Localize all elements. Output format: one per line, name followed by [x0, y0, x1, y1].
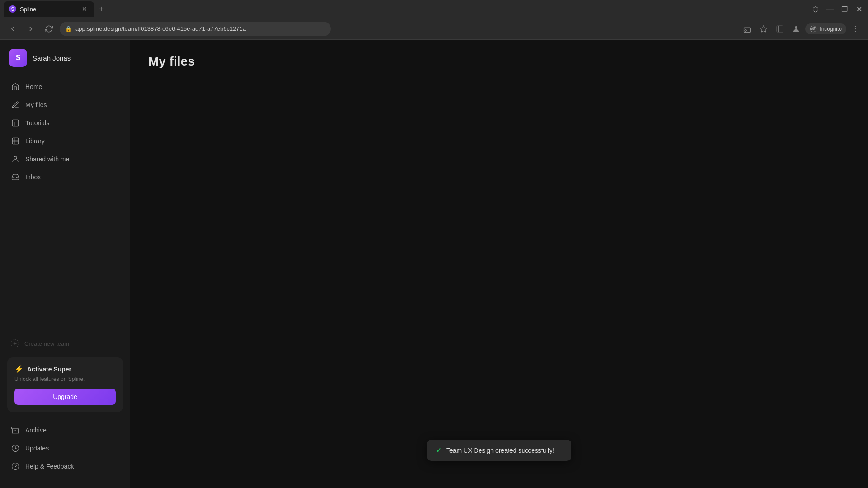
- svg-point-7: [855, 26, 856, 27]
- address-text: app.spline.design/team/ff013878-c6e6-415…: [75, 25, 326, 32]
- user-header: S Sarah Jonas: [0, 49, 130, 78]
- window-controls: ⬡ — ❐ ✕: [810, 4, 864, 14]
- svg-point-21: [12, 463, 19, 470]
- sidebar-item-shared-label: Shared with me: [25, 155, 69, 163]
- sidebar-item-inbox[interactable]: Inbox: [5, 168, 125, 186]
- tab-bar: S Spline ✕ +: [4, 0, 108, 18]
- avatar: S: [9, 49, 27, 67]
- window-minimize-button[interactable]: —: [825, 4, 835, 14]
- activate-super-header: ⚡ Activate Super: [14, 365, 116, 373]
- tab-favicon: S: [9, 5, 16, 13]
- browser-titlebar: S Spline ✕ + ⬡ — ❐ ✕: [0, 0, 868, 18]
- inbox-icon: [11, 173, 20, 182]
- create-team-icon: +: [11, 339, 19, 347]
- toolbar-actions: Incognito: [740, 22, 863, 36]
- browser-toolbar: 🔒 app.spline.design/team/ff013878-c6e6-4…: [0, 18, 868, 40]
- svg-rect-18: [12, 427, 19, 429]
- create-team-item[interactable]: + Create new team: [0, 335, 130, 352]
- svg-rect-2: [777, 26, 783, 32]
- sidebar-toggle-icon[interactable]: [773, 22, 787, 36]
- sidebar-item-updates[interactable]: Updates: [5, 439, 125, 457]
- forward-button[interactable]: [24, 22, 38, 36]
- sidebar-item-my-files-label: My files: [25, 101, 47, 108]
- cast-icon[interactable]: [740, 22, 755, 36]
- new-tab-button[interactable]: +: [95, 3, 108, 15]
- nav-items: Home My files Tutorials: [0, 78, 130, 324]
- sidebar-item-archive[interactable]: Archive: [5, 421, 125, 439]
- toast-check-icon: ✓: [436, 446, 442, 455]
- svg-rect-13: [12, 138, 19, 144]
- archive-icon: [11, 426, 20, 435]
- address-bar[interactable]: 🔒 app.spline.design/team/ff013878-c6e6-4…: [60, 22, 331, 36]
- profile-icon[interactable]: [789, 22, 803, 36]
- toast-message: Team UX Design created successfully!: [446, 447, 554, 454]
- page-title: My files: [148, 54, 850, 69]
- window-stack-button[interactable]: ⬡: [810, 4, 821, 14]
- svg-point-4: [795, 26, 797, 29]
- home-icon: [11, 82, 20, 91]
- svg-point-6: [814, 28, 815, 30]
- refresh-button[interactable]: [42, 22, 56, 36]
- sidebar-item-inbox-label: Inbox: [25, 174, 41, 181]
- upgrade-button[interactable]: Upgrade: [14, 389, 116, 405]
- sidebar-item-help[interactable]: Help & Feedback: [5, 457, 125, 475]
- tab-close-button[interactable]: ✕: [80, 5, 89, 13]
- create-team-label: Create new team: [24, 340, 69, 347]
- sidebar-item-home-label: Home: [25, 83, 42, 90]
- sidebar-item-library[interactable]: Library: [5, 132, 125, 150]
- tutorials-icon: [11, 118, 20, 127]
- app-layout: S Sarah Jonas Home My files: [0, 40, 868, 488]
- sidebar-item-shared[interactable]: Shared with me: [5, 150, 125, 168]
- back-button[interactable]: [5, 22, 20, 36]
- active-tab[interactable]: S Spline ✕: [4, 1, 94, 17]
- sidebar-item-updates-label: Updates: [25, 445, 49, 452]
- help-icon: [11, 462, 20, 471]
- toast-notification: ✓ Team UX Design created successfully!: [427, 440, 571, 461]
- incognito-badge[interactable]: Incognito: [805, 23, 846, 34]
- svg-point-5: [812, 28, 813, 30]
- sidebar-item-help-label: Help & Feedback: [25, 463, 74, 470]
- incognito-label: Incognito: [820, 26, 842, 32]
- bottom-nav: Archive Updates Help & Feedback: [0, 418, 130, 479]
- shared-icon: [11, 155, 20, 164]
- lock-icon: 🔒: [65, 26, 72, 32]
- user-name: Sarah Jonas: [33, 54, 71, 62]
- svg-marker-1: [760, 25, 767, 32]
- sidebar-divider: [9, 329, 121, 329]
- library-icon: [11, 136, 20, 145]
- sidebar: S Sarah Jonas Home My files: [0, 40, 130, 488]
- main-content: My files ✓ Team UX Design created succes…: [130, 40, 868, 488]
- svg-point-8: [855, 28, 856, 29]
- activate-super-title: Activate Super: [27, 366, 71, 373]
- sidebar-item-my-files[interactable]: My files: [5, 96, 125, 114]
- content-header: My files: [130, 40, 868, 69]
- menu-icon[interactable]: [848, 22, 863, 36]
- sidebar-item-library-label: Library: [25, 137, 45, 145]
- window-maximize-button[interactable]: ❐: [839, 4, 850, 14]
- edit-icon: [11, 100, 20, 109]
- svg-point-17: [14, 156, 17, 159]
- sidebar-item-archive-label: Archive: [25, 427, 47, 434]
- sidebar-item-tutorials-label: Tutorials: [25, 119, 49, 127]
- sidebar-item-tutorials[interactable]: Tutorials: [5, 114, 125, 132]
- window-close-button[interactable]: ✕: [854, 4, 864, 14]
- updates-icon: [11, 444, 20, 453]
- svg-point-9: [855, 31, 856, 32]
- star-icon[interactable]: [756, 22, 771, 36]
- activate-super-card: ⚡ Activate Super Unlock all features on …: [7, 357, 123, 412]
- bolt-icon: ⚡: [14, 365, 24, 373]
- tab-title: Spline: [20, 6, 77, 13]
- activate-super-description: Unlock all features on Spline.: [14, 376, 116, 382]
- sidebar-item-home[interactable]: Home: [5, 78, 125, 96]
- svg-rect-10: [12, 120, 19, 126]
